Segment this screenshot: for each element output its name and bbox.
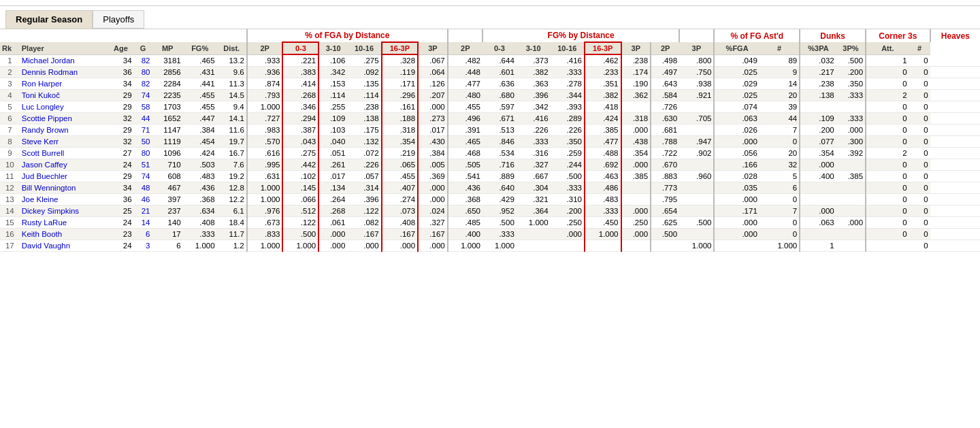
col-0-3-fg[interactable]: 0-3	[483, 42, 517, 54]
col-rk[interactable]: Rk	[0, 42, 20, 54]
table-cell: 32	[108, 113, 133, 125]
table-cell: Dennis Rodman	[20, 67, 108, 78]
table-cell: .416	[551, 54, 585, 67]
col-3p-fga[interactable]: 3P	[418, 42, 448, 54]
g-link[interactable]: 58	[142, 103, 150, 111]
player-link[interactable]: Bill Wennington	[22, 184, 76, 192]
table-cell: .995	[247, 159, 283, 171]
table-cell: .429	[483, 194, 517, 205]
col-16-3p-fga[interactable]: 16-3P	[382, 42, 419, 54]
table-cell: 14	[760, 78, 800, 90]
player-link[interactable]: Dickey Simpkins	[22, 207, 79, 215]
table-cell: .051	[318, 148, 347, 159]
table-cell: .024	[418, 205, 448, 217]
g-link[interactable]: 51	[142, 161, 150, 169]
col-2p-astd[interactable]: 2P	[651, 42, 679, 54]
g-link[interactable]: 74	[142, 172, 150, 180]
table-cell: 1.000	[448, 240, 483, 252]
player-link[interactable]: Luc Longley	[22, 103, 64, 111]
g-link[interactable]: 3	[146, 242, 150, 250]
player-link[interactable]: Joe Kleine	[22, 195, 59, 203]
player-link[interactable]: Steve Kerr	[22, 137, 59, 146]
col-dist[interactable]: Dist.	[217, 42, 247, 54]
col-age[interactable]: Age	[108, 42, 133, 54]
col-dunks-num[interactable]: #	[760, 42, 800, 54]
table-cell: .188	[382, 113, 419, 125]
col-3-10[interactable]: 3-10	[318, 42, 347, 54]
player-link[interactable]: Jason Caffey	[22, 161, 67, 169]
col-2p-fg[interactable]: 2P	[448, 42, 483, 54]
col-player[interactable]: Player	[20, 42, 108, 54]
table-cell: 29	[108, 90, 133, 101]
table-cell: .289	[551, 113, 585, 125]
col-10-16[interactable]: 10-16	[347, 42, 381, 54]
table-cell: .385	[836, 171, 866, 182]
table-cell: .344	[551, 90, 585, 101]
col-fgpct[interactable]: FG%	[183, 42, 217, 54]
col-corner3pa[interactable]: %3PA	[800, 42, 836, 54]
table-cell: 80	[134, 148, 152, 159]
player-link[interactable]: Dennis Rodman	[22, 68, 78, 76]
table-cell: .061	[318, 217, 347, 229]
col-16-3p-fg[interactable]: 16-3P	[585, 42, 621, 54]
g-link[interactable]: 74	[142, 91, 150, 99]
table-cell: .500	[679, 217, 714, 229]
g-link[interactable]: 21	[142, 207, 150, 215]
table-cell: 0	[866, 217, 909, 229]
col-3-10-fg[interactable]: 3-10	[517, 42, 551, 54]
g-link[interactable]: 6	[146, 230, 150, 238]
col-10-16-fg[interactable]: 10-16	[551, 42, 585, 54]
col-heaves-att[interactable]: Att.	[866, 42, 909, 54]
player-link[interactable]: Scott Burrell	[22, 149, 65, 157]
table-cell: 2	[866, 90, 909, 101]
table-cell: 32	[760, 159, 800, 171]
col-dunks-fga[interactable]: %FGA	[714, 42, 759, 54]
player-link[interactable]: Scottie Pippen	[22, 114, 72, 122]
g-link[interactable]: 71	[142, 126, 150, 134]
g-link[interactable]: 44	[142, 114, 150, 122]
table-cell: .455	[183, 101, 217, 113]
gh-fg-astd: % of FG Ast'd	[714, 29, 800, 42]
g-link[interactable]: 14	[142, 218, 150, 227]
player-link[interactable]: Jud Buechler	[22, 172, 67, 180]
col-0-3[interactable]: 0-3	[282, 42, 318, 54]
player-link[interactable]: Michael Jordan	[22, 56, 75, 65]
table-cell: .134	[318, 182, 347, 194]
g-link[interactable]: 46	[142, 195, 150, 203]
col-corner3pct[interactable]: 3P%	[836, 42, 866, 54]
table-row: 13Joe Kleine3646397.36812.21.000.066.264…	[0, 194, 980, 205]
col-2p[interactable]: 2P	[247, 42, 283, 54]
player-link[interactable]: Randy Brown	[22, 126, 69, 134]
col-3p-fg[interactable]: 3P	[621, 42, 651, 54]
table-cell: Scottie Pippen	[20, 113, 108, 125]
table-cell: .102	[282, 171, 318, 182]
table-cell: .363	[517, 78, 551, 90]
col-heaves-num[interactable]: #	[909, 42, 930, 54]
table-cell: 34	[108, 54, 133, 67]
player-link[interactable]: Ron Harper	[22, 80, 62, 88]
table-cell: 14.1	[217, 113, 247, 125]
table-cell: 7	[760, 205, 800, 217]
col-3p-astd[interactable]: 3P	[679, 42, 714, 54]
col-g[interactable]: G	[134, 42, 152, 54]
g-link[interactable]: 80	[142, 68, 150, 76]
player-link[interactable]: Rusty LaRue	[22, 218, 67, 227]
table-cell: .233	[585, 67, 621, 78]
player-link[interactable]: David Vaughn	[22, 242, 70, 250]
g-link[interactable]: 50	[142, 137, 150, 146]
col-mp[interactable]: MP	[152, 42, 183, 54]
table-cell: 0	[909, 194, 930, 205]
tab-playoffs[interactable]: Playoffs	[93, 10, 144, 29]
table-cell: .354	[800, 148, 836, 159]
g-link[interactable]: 48	[142, 184, 150, 192]
table-cell: 467	[152, 182, 183, 194]
table-row: 5Luc Longley29581703.4559.41.000.346.255…	[0, 101, 980, 113]
player-link[interactable]: Keith Booth	[22, 230, 62, 238]
g-link[interactable]: 80	[142, 149, 150, 157]
table-cell: 7.6	[217, 159, 247, 171]
tab-regular-season[interactable]: Regular Season	[5, 10, 93, 29]
g-link[interactable]: 82	[142, 80, 150, 88]
player-link[interactable]: Toni Kukoč	[22, 91, 60, 99]
table-cell: 9.6	[217, 67, 247, 78]
g-link[interactable]: 82	[142, 56, 150, 65]
